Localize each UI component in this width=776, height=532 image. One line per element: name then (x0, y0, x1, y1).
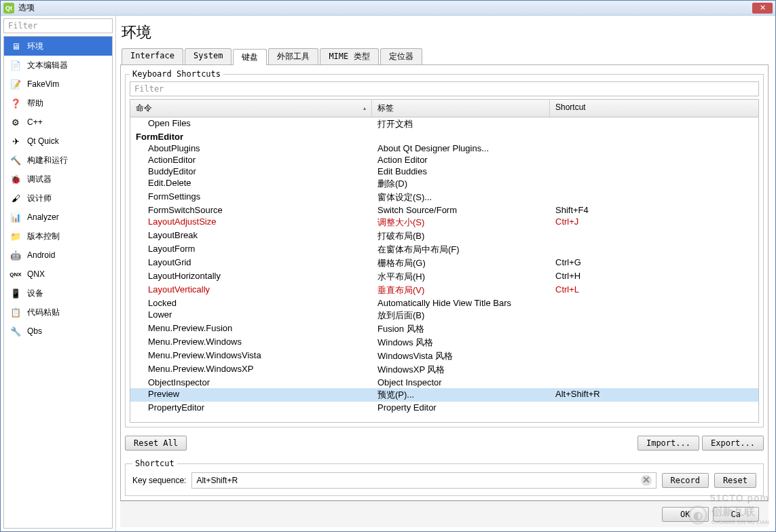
sidebar-item-10[interactable]: 📁版本控制 (4, 227, 112, 246)
reset-all-button[interactable]: Reset All (125, 436, 187, 451)
key-sequence-input[interactable]: Alt+Shift+R ✕ (191, 472, 656, 489)
sidebar-item-label: 构建和运行 (27, 155, 68, 166)
sidebar-item-4[interactable]: ⚙C++ (4, 113, 112, 132)
sidebar-item-label: Qt Quick (27, 136, 59, 146)
keyboard-shortcuts-group: Keyboard Shortcuts Filter 命令▴ 标签 Shortcu… (125, 69, 764, 428)
app-icon: Qt (3, 3, 14, 14)
sort-indicator-icon: ▴ (363, 105, 366, 111)
watermark: 51CTO pom ◐ 创新互联 CHUANG XIN HU LIAN (688, 505, 769, 525)
sidebar-icon: 📝 (10, 78, 22, 90)
table-row[interactable]: BuddyEditorEdit Buddies (130, 166, 758, 177)
table-row[interactable]: Lower放到后面(B) (130, 309, 758, 322)
shortcut-group: Shortcut Key sequence: Alt+Shift+R ✕ Rec… (125, 459, 764, 496)
table-row[interactable]: LayoutForm在窗体布局中布局(F) (130, 243, 758, 256)
watermark-logo-icon: ◐ (688, 506, 707, 525)
sidebar-item-label: 环境 (27, 41, 43, 52)
sidebar-icon: ⚙ (10, 116, 22, 128)
sidebar-item-9[interactable]: 📊Analyzer (4, 208, 112, 227)
col-command[interactable]: 命令▴ (130, 100, 372, 117)
title-bar: Qt 选项 ✕ (1, 1, 775, 16)
table-row[interactable]: Menu.Preview.WindowsXPWindowsXP 风格 (130, 363, 758, 377)
sidebar-item-label: 版本控制 (27, 231, 60, 242)
tab-content: Keyboard Shortcuts Filter 命令▴ 标签 Shortcu… (120, 64, 769, 501)
sidebar-item-12[interactable]: QNXQNX (4, 265, 112, 284)
tab-4[interactable]: MIME 类型 (320, 48, 378, 64)
table-row[interactable]: Open Files打开文档 (130, 117, 758, 131)
main-panel: 环境 InterfaceSystem键盘外部工具MIME 类型定位器 Keybo… (116, 16, 775, 531)
tab-2[interactable]: 键盘 (233, 49, 267, 65)
table-header[interactable]: 命令▴ 标签 Shortcut (130, 100, 758, 117)
sidebar-item-label: C++ (27, 117, 43, 127)
sidebar-icon: ✈ (10, 135, 22, 147)
shortcuts-filter-input[interactable]: Filter (130, 81, 759, 96)
kb-legend: Keyboard Shortcuts (130, 69, 223, 79)
table-row[interactable]: LayoutVertically垂直布局(V)Ctrl+L (130, 284, 758, 297)
sidebar-item-13[interactable]: 📱设备 (4, 284, 112, 303)
sidebar-icon: 🔧 (10, 325, 22, 337)
sidebar-item-2[interactable]: 📝FakeVim (4, 75, 112, 94)
sidebar-item-label: Qbs (27, 326, 42, 336)
sidebar-item-7[interactable]: 🐞调试器 (4, 170, 112, 189)
table-row[interactable]: Preview预览(P)...Alt+Shift+R (130, 388, 758, 402)
dialog-buttons: OK Ca (120, 501, 769, 527)
table-row[interactable]: LayoutBreak打破布局(B) (130, 229, 758, 243)
table-row[interactable]: Menu.Preview.WindowsVistaWindowsVista 风格 (130, 349, 758, 363)
sidebar-icon: 🤖 (10, 249, 22, 261)
sidebar-icon: 📁 (10, 230, 22, 242)
sidebar-icon: 📋 (10, 306, 22, 318)
table-row[interactable]: FormSettings窗体设定(S)... (130, 191, 758, 204)
sidebar: Filter 🖥环境📄文本编辑器📝FakeVim❓帮助⚙C++✈Qt Quick… (1, 16, 116, 531)
sidebar-icon: 🐞 (10, 173, 22, 185)
close-button[interactable]: ✕ (752, 3, 773, 14)
shortcut-legend: Shortcut (132, 459, 177, 468)
sidebar-item-0[interactable]: 🖥环境 (4, 37, 112, 56)
reset-button[interactable]: Reset (714, 473, 756, 488)
sidebar-filter-input[interactable]: Filter (3, 18, 113, 33)
sidebar-item-14[interactable]: 📋代码粘贴 (4, 303, 112, 322)
table-buttons: Reset All Import... Export... (125, 436, 764, 451)
sidebar-item-8[interactable]: 🖌设计师 (4, 189, 112, 208)
table-row[interactable]: LayoutGrid栅格布局(G)Ctrl+G (130, 256, 758, 270)
tab-0[interactable]: Interface (122, 48, 183, 64)
sidebar-item-3[interactable]: ❓帮助 (4, 94, 112, 113)
table-row[interactable]: FormSwitchSourceSwitch Source/FormShift+… (130, 204, 758, 216)
sidebar-item-label: 文本编辑器 (27, 60, 68, 71)
sidebar-item-label: 调试器 (27, 174, 52, 185)
sidebar-item-6[interactable]: 🔨构建和运行 (4, 151, 112, 170)
sidebar-icon: 📄 (10, 59, 22, 71)
tab-5[interactable]: 定位器 (380, 48, 422, 64)
sidebar-icon: 🔨 (10, 154, 22, 166)
sidebar-icon: QNX (10, 268, 22, 280)
table-row[interactable]: Menu.Preview.WindowsWindows 风格 (130, 336, 758, 349)
table-row[interactable]: FormEditor (130, 131, 758, 142)
table-body[interactable]: Open Files打开文档FormEditorAboutPluginsAbou… (130, 117, 758, 422)
clear-key-icon[interactable]: ✕ (641, 475, 652, 486)
sidebar-item-15[interactable]: 🔧Qbs (4, 322, 112, 341)
table-row[interactable]: ActionEditorAction Editor (130, 154, 758, 166)
table-row[interactable]: LockedAutomatically Hide View Title Bars (130, 297, 758, 309)
table-row[interactable]: PropertyEditorProperty Editor (130, 402, 758, 413)
table-row[interactable]: LayoutHorizontally水平布局(H)Ctrl+H (130, 270, 758, 284)
col-label[interactable]: 标签 (372, 100, 550, 117)
sidebar-item-label: FakeVim (27, 79, 59, 89)
sidebar-icon: ❓ (10, 97, 22, 109)
tab-1[interactable]: System (185, 48, 232, 64)
key-seq-label: Key sequence: (132, 476, 186, 485)
table-row[interactable]: ObjectInspectorObject Inspector (130, 377, 758, 388)
export-button[interactable]: Export... (702, 436, 764, 451)
sidebar-item-1[interactable]: 📄文本编辑器 (4, 56, 112, 75)
tab-3[interactable]: 外部工具 (268, 48, 318, 64)
table-row[interactable]: Menu.Preview.FusionFusion 风格 (130, 322, 758, 336)
shortcuts-table: 命令▴ 标签 Shortcut Open Files打开文档FormEditor… (130, 99, 759, 423)
import-button[interactable]: Import... (638, 436, 699, 451)
col-shortcut[interactable]: Shortcut (550, 100, 758, 117)
sidebar-item-11[interactable]: 🤖Android (4, 246, 112, 265)
sidebar-item-label: Android (27, 250, 55, 260)
sidebar-item-5[interactable]: ✈Qt Quick (4, 132, 112, 151)
record-button[interactable]: Record (662, 473, 709, 488)
sidebar-list: 🖥环境📄文本编辑器📝FakeVim❓帮助⚙C++✈Qt Quick🔨构建和运行🐞… (3, 36, 113, 529)
table-row[interactable]: LayoutAdjustSize调整大小(S)Ctrl+J (130, 216, 758, 229)
tab-row: InterfaceSystem键盘外部工具MIME 类型定位器 (120, 48, 769, 64)
table-row[interactable]: Edit.Delete删除(D) (130, 177, 758, 191)
table-row[interactable]: AboutPluginsAbout Qt Designer Plugins... (130, 142, 758, 154)
